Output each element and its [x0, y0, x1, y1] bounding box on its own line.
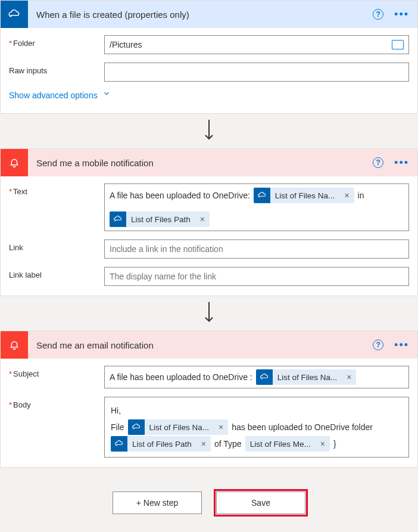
text-label: *Text — [9, 183, 104, 196]
more-icon[interactable]: ••• — [392, 339, 411, 351]
raw-inputs-input[interactable] — [104, 63, 409, 82]
link-label: Link — [9, 239, 104, 252]
action-mobile-body: *Text A file has been uploaded to OneDri… — [1, 176, 417, 295]
token-remove-icon[interactable]: × — [214, 419, 228, 435]
help-icon[interactable]: ? — [373, 340, 383, 350]
text-prefix: A file has been uploaded to OneDrive: — [110, 191, 250, 200]
token-files-path[interactable]: List of Files Path × — [110, 211, 210, 227]
onedrive-icon — [254, 188, 270, 203]
trigger-title: When a file is created (properties only) — [28, 10, 373, 20]
folder-picker-icon[interactable] — [388, 36, 408, 54]
token-files-path[interactable]: List of Files Path × — [111, 436, 211, 452]
token-remove-icon[interactable]: × — [195, 214, 210, 224]
action-email-body: *Subject A file has been uploaded to One… — [1, 359, 417, 467]
trigger-header[interactable]: When a file is created (properties only)… — [1, 1, 417, 28]
body-input[interactable]: Hi, File List of Files Na... × has been … — [104, 397, 409, 458]
folder-value: /Pictures — [110, 40, 142, 49]
token-remove-icon[interactable]: × — [316, 436, 330, 452]
token-remove-icon[interactable]: × — [342, 372, 356, 382]
token-files-media[interactable]: List of Files Me... × — [245, 436, 330, 452]
bell-icon — [1, 331, 28, 359]
link-label-field[interactable] — [110, 272, 404, 281]
subject-label: *Subject — [9, 366, 104, 378]
folder-label: *Folder — [9, 35, 104, 48]
help-icon[interactable]: ? — [373, 9, 383, 20]
link-label-label: Link label — [9, 267, 104, 279]
text-between: in — [358, 191, 364, 200]
action-email-header[interactable]: Send me an email notification ? ••• — [1, 331, 417, 359]
body-label: *Body — [9, 397, 104, 409]
onedrive-icon — [110, 211, 126, 227]
raw-inputs-field[interactable] — [110, 67, 404, 77]
token-files-name[interactable]: List of Files Na... × — [254, 188, 354, 203]
more-icon[interactable]: ••• — [392, 157, 411, 169]
help-icon[interactable]: ? — [373, 157, 383, 168]
onedrive-icon — [1, 1, 28, 28]
onedrive-icon — [128, 419, 145, 435]
connector-arrow — [0, 114, 418, 148]
connector-arrow — [0, 296, 418, 331]
action-mobile-title: Send me a mobile notification — [28, 158, 373, 168]
token-remove-icon[interactable]: × — [196, 436, 211, 452]
more-icon[interactable]: ••• — [392, 8, 411, 21]
trigger-body: *Folder /Pictures Raw inputs Show advanc… — [1, 28, 417, 113]
folder-input[interactable]: /Pictures — [104, 35, 409, 54]
save-button[interactable]: Save — [216, 491, 305, 514]
subject-prefix: A file has been uploaded to OneDrive : — [110, 372, 252, 382]
footer-bar: + New step Save — [0, 468, 418, 528]
link-field[interactable] — [110, 244, 404, 254]
onedrive-icon — [256, 369, 273, 385]
link-label-input[interactable] — [104, 267, 409, 286]
bell-icon — [1, 149, 28, 176]
raw-inputs-label: Raw inputs — [9, 63, 104, 75]
token-files-name[interactable]: List of Files Na... × — [128, 419, 229, 435]
trigger-card: When a file is created (properties only)… — [0, 0, 418, 114]
action-mobile-card: Send me a mobile notification ? ••• *Tex… — [0, 148, 418, 296]
chevron-down-icon — [102, 89, 111, 99]
show-advanced-toggle[interactable]: Show advanced options — [9, 90, 111, 104]
action-mobile-header[interactable]: Send me a mobile notification ? ••• — [1, 149, 417, 176]
new-step-button[interactable]: + New step — [113, 491, 202, 514]
token-remove-icon[interactable]: × — [339, 191, 354, 200]
subject-input[interactable]: A file has been uploaded to OneDrive : L… — [104, 366, 409, 388]
action-email-title: Send me an email notification — [28, 340, 373, 350]
link-input[interactable] — [104, 239, 409, 259]
action-email-card: Send me an email notification ? ••• *Sub… — [0, 331, 418, 468]
token-files-name[interactable]: List of Files Na... × — [256, 369, 357, 385]
onedrive-icon — [111, 436, 127, 452]
text-input[interactable]: A file has been uploaded to OneDrive: Li… — [104, 183, 409, 231]
